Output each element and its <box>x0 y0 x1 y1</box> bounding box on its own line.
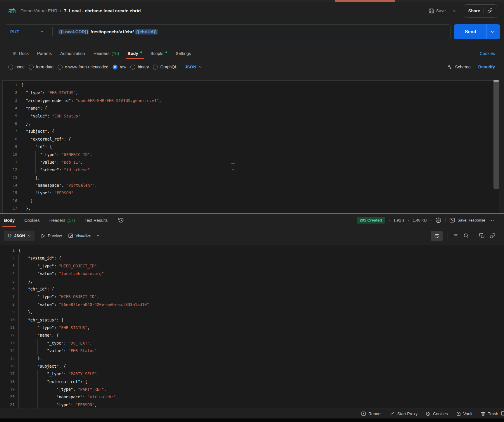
collection-name[interactable]: Demo Virtual EHR <box>20 8 57 13</box>
preview-button[interactable]: Preview <box>41 234 62 238</box>
cookies-link[interactable]: Cookies <box>480 51 495 56</box>
network-globe-icon[interactable] <box>435 217 441 223</box>
mode-raw[interactable]: raw <box>113 65 127 70</box>
url-input[interactable]: {{Local-CDR}} /rest/openehr/v1/ehr/ {{eh… <box>58 29 158 34</box>
response-tab-test-results[interactable]: Test Results <box>84 214 108 227</box>
code-line[interactable]: 8"external_ref": { <box>3 135 499 143</box>
method-select[interactable]: PUT <box>10 29 19 34</box>
tab-params[interactable]: Params <box>37 48 52 59</box>
radio-icon[interactable] <box>58 65 63 70</box>
runner-button[interactable]: Runner <box>361 411 382 416</box>
search-icon[interactable] <box>463 233 469 238</box>
code-line[interactable]: 11"_type": "EHR_STATUS", <box>0 324 504 331</box>
method-chevron-icon[interactable] <box>40 30 44 34</box>
radio-icon-selected[interactable] <box>113 65 118 70</box>
code-line[interactable]: 20"namespace": "virtualehr", <box>0 393 504 401</box>
code-line[interactable]: 3"_type": "HIER_OBJECT_ID", <box>0 262 504 270</box>
trash-button[interactable]: Trash <box>481 411 498 416</box>
code-line[interactable]: 14"namespace": "virtualehr", <box>3 181 499 189</box>
radio-icon[interactable] <box>130 65 135 70</box>
response-format-select[interactable]: {} JSON <box>4 231 34 241</box>
save-chevron-icon[interactable] <box>452 9 456 13</box>
schema-button[interactable]: Schema <box>447 64 471 70</box>
mode-x-www-form-urlencoded[interactable]: x-www-form-urlencoded <box>58 65 108 70</box>
save-response-button[interactable]: Save Response <box>449 218 485 223</box>
code-line[interactable]: 9"id": { <box>3 143 499 151</box>
visualize-button[interactable]: Visualize <box>68 233 91 238</box>
radio-icon[interactable] <box>153 65 158 70</box>
code-line[interactable]: 8"value": "56ea871e-a040-420e-ae0a-acf33… <box>0 301 504 308</box>
tab-scripts[interactable]: Scripts <box>151 48 167 59</box>
code-line[interactable]: 12"scheme": "id_scheme" <box>3 166 499 174</box>
code-line[interactable]: 16} <box>3 197 499 205</box>
radio-icon[interactable] <box>8 65 13 70</box>
code-line[interactable]: 7"subject": { <box>3 127 499 135</box>
save-button[interactable]: Save <box>429 8 456 14</box>
tab-settings[interactable]: Settings <box>176 48 191 59</box>
code-line[interactable]: 13}, <box>3 174 499 181</box>
request-body-editor[interactable]: 1{2"_type": "EHR_STATUS",3"archetype_nod… <box>2 80 499 213</box>
code-line[interactable]: 12"name": { <box>0 331 504 339</box>
response-tab-headers[interactable]: Headers (17) <box>49 214 75 227</box>
code-line[interactable]: 11"value": "Bob II", <box>3 158 499 166</box>
mode-graphql[interactable]: GraphQL <box>153 65 177 70</box>
code-line[interactable]: 10"ehr_status": { <box>0 316 504 324</box>
response-tab-cookies[interactable]: Cookies <box>24 214 39 227</box>
code-line[interactable]: 15}, <box>0 354 504 362</box>
history-icon[interactable] <box>118 217 124 223</box>
code-line[interactable]: 2"_type": "EHR_STATUS", <box>3 89 499 96</box>
beautify-button[interactable]: Beautify <box>478 65 495 69</box>
request-title[interactable]: 7. Local - ehrbase local create ehrid <box>64 8 141 13</box>
cookies-button[interactable]: Cookies <box>426 411 448 416</box>
code-line[interactable]: 19"_type": "PARTY_REF", <box>0 385 504 393</box>
format-select[interactable]: JSON <box>185 65 203 69</box>
more-options-icon[interactable] <box>489 218 494 223</box>
code-line[interactable]: 4"name": { <box>3 104 499 112</box>
code-line[interactable]: 9}, <box>0 308 504 316</box>
code-line[interactable]: 6}, <box>3 120 499 127</box>
code-line[interactable]: 14"value": "EHR Status" <box>0 347 504 354</box>
tab-body[interactable]: Body <box>127 48 142 59</box>
radio-icon[interactable] <box>29 65 34 70</box>
code-line[interactable]: 21"type": "PERSON", <box>0 401 504 409</box>
code-line[interactable]: 4"value": "local.ehrbase.org" <box>0 270 504 277</box>
code-line[interactable]: 17}, <box>3 205 499 212</box>
code-line[interactable]: 17"_type": "PARTY_SELF", <box>0 370 504 378</box>
response-body-editor[interactable]: 1{2"system_id": {3"_type": "HIER_OBJECT_… <box>0 245 504 409</box>
request-editor-scrollbar[interactable] <box>493 82 499 189</box>
code-line[interactable]: 6"ehr_id": { <box>0 285 504 293</box>
tab-docs[interactable]: Docs <box>13 48 29 59</box>
mode-binary[interactable]: binary <box>130 65 149 70</box>
mode-none[interactable]: none <box>8 65 25 70</box>
response-tab-body[interactable]: Body <box>4 214 15 227</box>
url-variable-ehruid[interactable]: {{ehrUid}} <box>135 29 158 34</box>
tab-headers[interactable]: Headers (10) <box>94 48 119 59</box>
code-line[interactable]: 1{ <box>0 247 504 254</box>
code-line[interactable]: 13"_type": "DV_TEXT", <box>0 339 504 347</box>
send-chevron-icon[interactable] <box>490 30 495 34</box>
code-line[interactable]: 7"_type": "HIER_OBJECT_ID", <box>0 293 504 300</box>
code-line[interactable]: 1{ <box>3 81 499 89</box>
code-line[interactable]: 3"archetype_node_id": "openEHR-EHR-EHR_S… <box>3 97 499 104</box>
url-variable-local-cdr[interactable]: {{Local-CDR}} <box>58 29 89 34</box>
link-icon[interactable] <box>487 8 493 13</box>
code-line[interactable]: 16"subject": { <box>0 362 504 370</box>
filter-icon[interactable] <box>453 233 458 238</box>
code-line[interactable]: 10"_type": "GENERIC_ID", <box>3 151 499 158</box>
url-path[interactable]: /rest/openehr/v1/ehr/ <box>91 29 134 34</box>
link-icon[interactable] <box>490 233 495 238</box>
vault-button[interactable]: Vault <box>456 411 472 416</box>
share-button[interactable]: Share <box>464 4 497 18</box>
code-line[interactable]: 18"external_ref": { <box>0 378 504 385</box>
copy-icon[interactable] <box>479 233 485 238</box>
mode-form-data[interactable]: form-data <box>29 65 53 70</box>
tab-authorization[interactable]: Authorization <box>60 48 85 59</box>
send-button[interactable]: Send <box>454 24 500 39</box>
wrap-text-button[interactable] <box>431 231 443 241</box>
code-line[interactable]: 15"type": "PERSON" <box>3 189 499 197</box>
start-proxy-button[interactable]: Start Proxy <box>390 411 417 416</box>
code-line[interactable]: 5}, <box>0 278 504 285</box>
code-line[interactable]: 2"system_id": { <box>0 254 504 262</box>
code-line[interactable]: 5"value": "EHR Status" <box>3 112 499 120</box>
visualize-chevron-icon[interactable] <box>96 234 100 238</box>
